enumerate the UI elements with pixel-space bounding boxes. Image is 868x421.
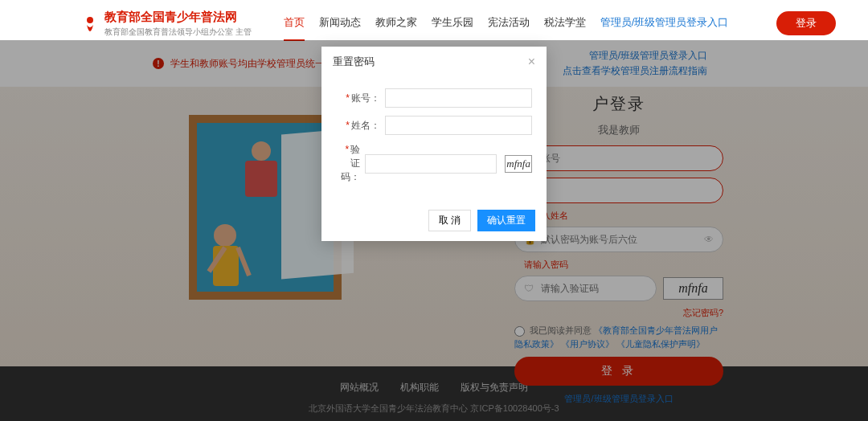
nav-constitution[interactable]: 宪法活动 [488, 6, 530, 41]
modal-account-input[interactable] [385, 88, 532, 108]
nav-student[interactable]: 学生乐园 [432, 6, 473, 41]
login-button[interactable]: 登录 [776, 11, 836, 35]
close-icon[interactable]: × [528, 55, 535, 69]
brand-mascot-icon [80, 14, 100, 33]
modal-captcha-label: 验证码： [336, 143, 360, 184]
brand-subtitle: 教育部全国教育普法领导小组办公室 主管 [104, 27, 252, 38]
main-nav: 首页 新闻动态 教师之家 学生乐园 宪法活动 税法学堂 管理员/班级管理员登录入… [284, 6, 729, 41]
nav-news[interactable]: 新闻动态 [319, 6, 361, 41]
nav-teacher[interactable]: 教师之家 [375, 6, 417, 41]
svg-point-0 [87, 17, 93, 23]
modal-account-label: 账号： [336, 92, 380, 105]
modal-captcha-image[interactable]: mfnfa [505, 155, 532, 173]
cancel-button[interactable]: 取 消 [428, 210, 471, 231]
modal-title: 重置密码 [333, 55, 375, 69]
confirm-reset-button[interactable]: 确认重置 [477, 210, 535, 231]
logo-area: 教育部全国青少年普法网 教育部全国教育普法领导小组办公室 主管 [80, 10, 252, 38]
modal-name-label: 姓名： [336, 119, 380, 133]
brand-title: 教育部全国青少年普法网 [104, 10, 252, 25]
nav-home[interactable]: 首页 [284, 6, 305, 41]
nav-tax[interactable]: 税法学堂 [544, 6, 586, 41]
modal-captcha-input[interactable] [365, 154, 497, 174]
header: 教育部全国青少年普法网 教育部全国教育普法领导小组办公室 主管 首页 新闻动态 … [0, 0, 868, 40]
reset-password-modal: 重置密码 × 账号： 姓名： 验证码： mfnfa 取 消 确认重置 [321, 47, 547, 241]
nav-admin-login[interactable]: 管理员/班级管理员登录入口 [600, 6, 729, 41]
modal-name-input[interactable] [385, 116, 532, 135]
